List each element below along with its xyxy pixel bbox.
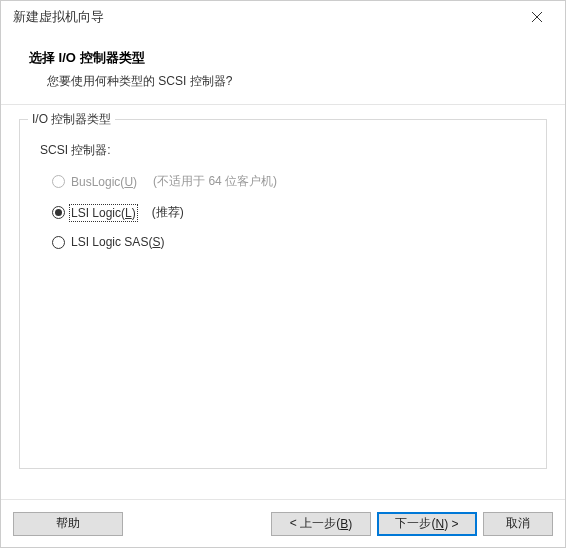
cancel-button[interactable]: 取消: [483, 512, 553, 536]
radio-row-buslogic[interactable]: BusLogic(U) (不适用于 64 位客户机): [40, 173, 526, 190]
close-icon: [532, 12, 542, 22]
radio-icon: [52, 175, 65, 188]
back-button[interactable]: < 上一步(B): [271, 512, 371, 536]
controller-type-group: I/O 控制器类型 SCSI 控制器: BusLogic(U) (不适用于 64…: [19, 119, 547, 469]
page-heading: 选择 I/O 控制器类型: [29, 49, 553, 67]
footer-bar: 帮助 < 上一步(B) 下一步(N) > 取消: [1, 499, 565, 547]
radio-label-lsi-logic: LSI Logic(L): [71, 206, 136, 220]
content-area: I/O 控制器类型 SCSI 控制器: BusLogic(U) (不适用于 64…: [1, 105, 565, 499]
page-subheading: 您要使用何种类型的 SCSI 控制器?: [47, 73, 553, 90]
radio-row-lsi-logic-sas[interactable]: LSI Logic SAS(S): [40, 235, 526, 249]
close-button[interactable]: [517, 3, 557, 31]
next-button[interactable]: 下一步(N) >: [377, 512, 477, 536]
scsi-controller-label: SCSI 控制器:: [40, 142, 526, 159]
radio-label-lsi-logic-sas: LSI Logic SAS(S): [71, 235, 164, 249]
radio-note-lsi-logic: (推荐): [152, 204, 184, 221]
radio-icon: [52, 206, 65, 219]
wizard-window: 新建虚拟机向导 选择 I/O 控制器类型 您要使用何种类型的 SCSI 控制器?…: [0, 0, 566, 548]
help-button[interactable]: 帮助: [13, 512, 123, 536]
radio-icon: [52, 236, 65, 249]
page-header: 选择 I/O 控制器类型 您要使用何种类型的 SCSI 控制器?: [1, 33, 565, 104]
radio-row-lsi-logic[interactable]: LSI Logic(L) (推荐): [40, 204, 526, 221]
radio-label-buslogic: BusLogic(U): [71, 175, 137, 189]
window-title: 新建虚拟机向导: [13, 8, 517, 26]
radio-note-buslogic: (不适用于 64 位客户机): [153, 173, 277, 190]
titlebar: 新建虚拟机向导: [1, 1, 565, 33]
group-legend: I/O 控制器类型: [28, 111, 115, 128]
